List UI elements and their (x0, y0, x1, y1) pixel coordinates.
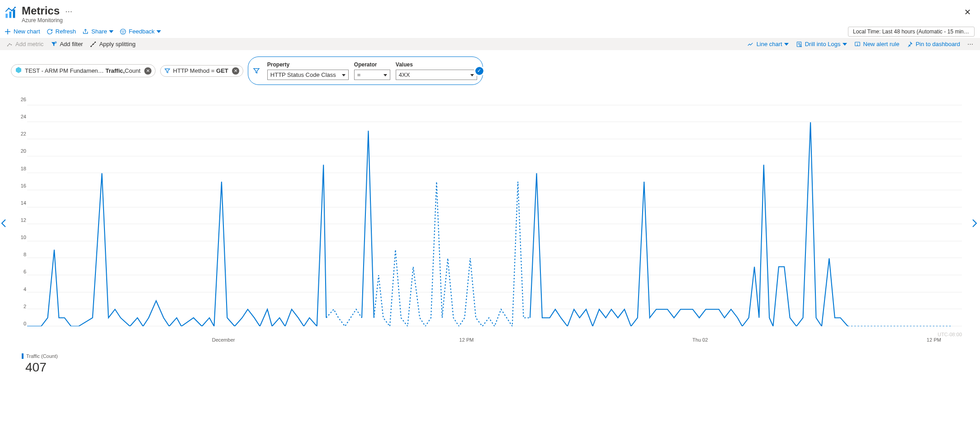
filter-chip-http-method[interactable]: HTTP Method = GET ✕ (160, 65, 243, 77)
svg-point-19 (93, 44, 94, 45)
utc-offset-label: UTC-08:00 (937, 332, 962, 337)
legend-series-label: Traffic (Count) (22, 353, 58, 359)
share-button[interactable]: Share (82, 28, 114, 35)
svg-point-9 (122, 31, 122, 31)
svg-point-26 (857, 45, 857, 45)
resource-icon (15, 66, 22, 75)
svg-rect-2 (13, 9, 15, 18)
refresh-button[interactable]: Refresh (47, 28, 76, 35)
add-filter-button[interactable]: Add filter (51, 41, 83, 47)
more-icon[interactable]: ⋯ (967, 41, 974, 47)
chart-type-dropdown[interactable]: Line chart (747, 41, 789, 47)
values-select[interactable]: 4XX (396, 70, 477, 80)
operator-label: Operator (354, 61, 390, 68)
svg-point-5 (14, 7, 16, 8)
svg-point-17 (91, 46, 92, 47)
filter-icon (253, 61, 260, 80)
new-chart-button[interactable]: New chart (5, 28, 40, 35)
legend-summary-value: 407 (25, 360, 980, 375)
chevron-down-icon (843, 43, 847, 46)
line-chart (27, 97, 962, 326)
feedback-button[interactable]: Feedback (120, 28, 161, 35)
chart-toolbar: Add metric Add filter Apply splitting Li… (0, 38, 980, 50)
svg-rect-0 (5, 14, 8, 18)
apply-filter-button[interactable]: ✓ (475, 67, 483, 75)
apply-splitting-button[interactable]: Apply splitting (90, 41, 135, 47)
remove-chip-icon[interactable]: ✕ (144, 67, 151, 75)
chevron-down-icon (156, 30, 161, 33)
filter-builder: Property HTTP Status Code Class Operator… (248, 56, 483, 85)
svg-rect-1 (9, 12, 12, 18)
page-title: Metrics (22, 5, 60, 17)
drill-into-logs-button[interactable]: Drill into Logs (796, 41, 847, 47)
close-icon[interactable]: ✕ (964, 7, 971, 17)
metrics-icon (5, 5, 22, 20)
svg-point-4 (11, 10, 13, 11)
svg-marker-27 (16, 67, 21, 73)
svg-point-3 (8, 8, 9, 9)
pin-to-dashboard-button[interactable]: Pin to dashboard (907, 41, 960, 47)
filter-chips-row: TEST - ARM PM Fundamen… Traffic, Count ✕… (0, 50, 980, 88)
svg-point-10 (123, 31, 124, 31)
svg-point-8 (120, 29, 126, 34)
chart-legend: Traffic (Count) 407 (22, 352, 980, 375)
metric-chip[interactable]: TEST - ARM PM Fundamen… Traffic, Count ✕ (11, 64, 156, 77)
svg-point-18 (95, 42, 96, 42)
time-range-picker[interactable]: Local Time: Last 48 hours (Automatic - 1… (848, 27, 975, 37)
chevron-down-icon (109, 30, 114, 33)
page-subtitle: Azure Monitoring (22, 17, 975, 23)
chart-area: 26242220181614121086420 December12 PMThu… (27, 97, 962, 350)
values-label: Values (396, 61, 477, 68)
page-header: Metrics ⋯ Azure Monitoring ✕ (0, 0, 980, 25)
remove-chip-icon[interactable]: ✕ (232, 67, 239, 75)
chevron-down-icon (784, 43, 789, 46)
main-toolbar: New chart Refresh Share Feedback Local T… (0, 25, 980, 38)
property-label: Property (267, 61, 349, 68)
operator-select[interactable]: = (354, 70, 390, 80)
property-select[interactable]: HTTP Status Code Class (267, 70, 349, 80)
title-more-icon[interactable]: ⋯ (65, 7, 73, 16)
add-metric-button[interactable]: Add metric (6, 41, 43, 47)
next-chart-button[interactable] (972, 219, 977, 230)
y-axis: 26242220181614121086420 (17, 97, 26, 326)
prev-chart-button[interactable] (1, 219, 6, 230)
new-alert-rule-button[interactable]: New alert rule (854, 41, 900, 47)
